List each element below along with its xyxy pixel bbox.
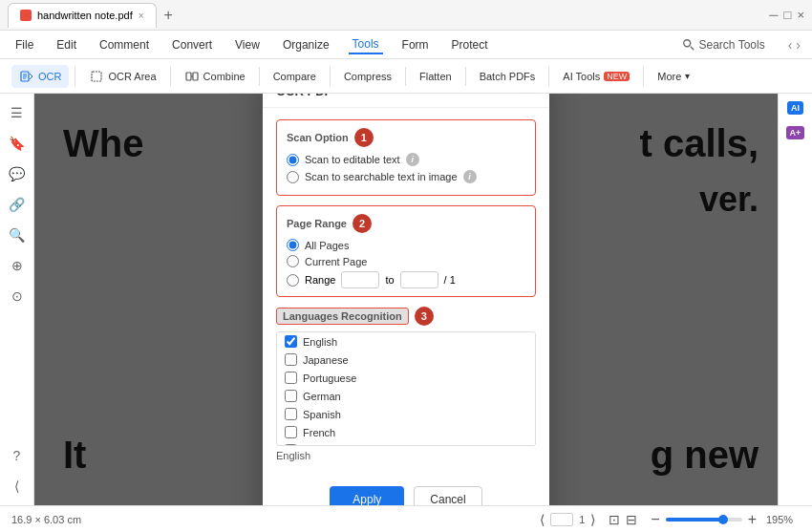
modal-header: OCR PDF × [263,94,549,108]
scan-searchable-option[interactable]: Scan to searchable text in image i [287,170,525,183]
combine-button[interactable]: Combine [177,65,253,88]
sidebar-expand-icon[interactable]: ⟨ [6,475,29,498]
zoom-in-btn[interactable]: + [748,511,757,528]
menu-bar: File Edit Comment Convert View Organize … [0,31,812,59]
ocr-pdf-modal: OCR PDF × Scan Option 1 Scan to editable… [263,94,549,505]
all-pages-label: All Pages [305,240,349,251]
back-arrow[interactable]: ‹ [788,37,793,53]
sidebar-link-icon[interactable]: 🔗 [6,193,29,216]
document-area: Whe t calls, ver. It g new OCR PDF × [34,94,778,505]
ai-tools-button[interactable]: AI Tools NEW [555,67,637,86]
flatten-button[interactable]: Flatten [412,67,459,86]
sidebar-search-icon[interactable]: 🔍 [6,223,29,246]
tab-close-btn[interactable]: × [139,11,144,21]
menu-protect[interactable]: Protect [448,36,492,53]
sidebar-bookmark-icon[interactable]: 🔖 [6,132,29,155]
svg-rect-8 [193,73,198,80]
current-page-radio[interactable] [287,255,299,267]
more-button[interactable]: More ▾ [650,67,697,86]
zoom-out-btn[interactable]: − [651,511,659,528]
scan-option-label: Scan Option 1 [287,128,525,147]
menu-view[interactable]: View [231,36,264,53]
all-pages-radio[interactable] [287,239,299,251]
sidebar-menu-icon[interactable]: ☰ [6,101,29,124]
lang-japanese-checkbox[interactable] [285,353,297,366]
menu-file[interactable]: File [11,36,37,53]
scan-searchable-info-icon[interactable]: i [463,170,477,183]
svg-rect-7 [186,73,191,80]
scan-editable-radio[interactable] [287,154,299,166]
sidebar-comment-icon[interactable]: 💬 [6,162,29,185]
zoom-thumb[interactable] [718,515,728,524]
range-to-label: to [385,274,394,286]
maximize-btn[interactable]: □ [784,8,792,22]
lang-spanish-checkbox[interactable] [285,408,297,420]
active-tab[interactable]: handwritten note.pdf × [8,3,157,28]
lang-french-checkbox[interactable] [285,426,297,438]
prev-page-btn[interactable]: ⟨ [540,512,545,527]
range-from-input[interactable] [341,271,379,288]
lang-italian[interactable]: Italian [277,441,535,446]
batch-pdfs-button[interactable]: Batch PDFs [472,67,544,86]
left-sidebar: ☰ 🔖 💬 🔗 🔍 ⊕ ⊙ ? ⟨ [0,94,34,505]
fit-page-icon[interactable]: ⊡ [609,512,620,527]
compress-button[interactable]: Compress [336,67,399,86]
modal-body: Scan Option 1 Scan to editable text i Sc… [263,108,549,477]
lang-german[interactable]: German [277,387,535,405]
window-controls: ─ □ × [769,8,804,22]
modal-close-button[interactable]: × [519,94,536,99]
lang-italian-label: Italian [303,445,331,447]
lang-english-checkbox[interactable] [285,335,297,348]
cancel-button[interactable]: Cancel [414,486,481,505]
lang-portuguese[interactable]: Portuguese [277,369,535,387]
fit-width-icon[interactable]: ⊟ [626,512,637,527]
ocr-button[interactable]: OCR [11,65,69,88]
scan-searchable-radio[interactable] [287,171,299,183]
ai-badge[interactable]: AI [787,101,803,115]
close-btn[interactable]: × [797,8,804,22]
dimensions-label: 16.9 × 6.03 cm [11,514,81,525]
range-to-input[interactable] [400,271,438,288]
next-page-btn[interactable]: ⟩ [590,512,595,527]
lang-english[interactable]: English [277,332,535,351]
sidebar-layers-icon[interactable]: ⊙ [6,285,29,308]
page-range-section: Page Range 2 All Pages Current Page [276,205,536,297]
search-tools[interactable]: Search Tools [682,38,765,52]
sidebar-zoom-icon[interactable]: ⊕ [6,254,29,277]
range-radio[interactable] [287,274,299,287]
menu-edit[interactable]: Edit [53,36,80,53]
sidebar-help-icon[interactable]: ? [6,444,29,467]
page-input[interactable] [550,513,573,526]
lang-italian-checkbox[interactable] [285,444,297,446]
page-label: 1 [579,514,585,525]
lang-japanese-label: Japanese [303,354,349,366]
lang-spanish[interactable]: Spanish [277,405,535,423]
languages-box-label: Languages Recognition [276,308,409,325]
scan-editable-info-icon[interactable]: i [406,153,419,166]
lang-portuguese-checkbox[interactable] [285,372,297,384]
languages-label: Languages Recognition 3 [276,307,536,326]
lang-french[interactable]: French [277,423,535,441]
lang-japanese[interactable]: Japanese [277,351,535,369]
all-pages-option[interactable]: All Pages [287,239,525,251]
search-icon [682,38,695,52]
minimize-btn[interactable]: ─ [769,8,778,22]
range-total-label: / 1 [444,274,456,286]
forward-arrow[interactable]: › [796,37,801,53]
menu-convert[interactable]: Convert [168,36,216,53]
new-tab-button[interactable]: + [160,7,177,24]
current-page-option[interactable]: Current Page [287,255,525,267]
a-plus-badge[interactable]: A+ [786,126,805,139]
menu-comment[interactable]: Comment [96,36,153,53]
scan-editable-option[interactable]: Scan to editable text i [287,153,525,166]
selected-language-display: English [276,450,536,461]
menu-organize[interactable]: Organize [279,36,333,53]
ocr-area-button[interactable]: OCR Area [81,65,163,88]
zoom-slider[interactable] [666,518,742,521]
menu-tools[interactable]: Tools [349,35,383,54]
compare-button[interactable]: Compare [266,67,324,86]
ai-new-badge: NEW [604,72,630,81]
lang-german-checkbox[interactable] [285,390,297,402]
menu-form[interactable]: Form [398,36,433,53]
apply-button[interactable]: Apply [330,486,404,505]
